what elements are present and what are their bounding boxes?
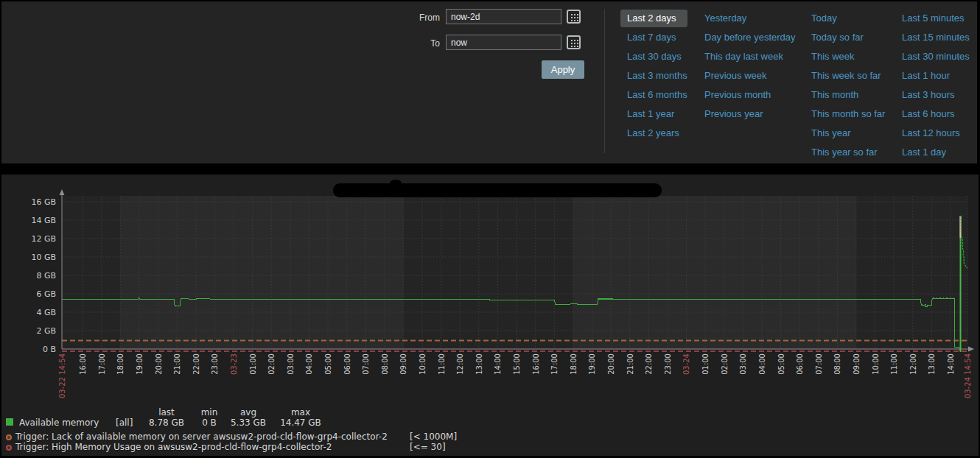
y-axis-label: 0 B [43,345,56,354]
x-axis-label: 11:00 [890,353,898,375]
x-axis-label: 21:00 [626,353,634,375]
x-axis-label: 12:00 [456,353,464,375]
x-axis-label: 10:00 [872,353,880,375]
x-axis-label: 03:00 [739,353,747,375]
x-axis-label: 21:00 [173,353,181,375]
x-axis-label: 22:00 [192,353,200,375]
x-axis-label: 18:00 [570,353,578,375]
x-axis-label: 06:00 [796,353,804,375]
series-last-value: 8.78 GB [149,418,184,428]
x-axis-label: 09:00 [399,353,407,375]
trigger1-label: Trigger: Lack of available memory on ser… [15,431,388,442]
x-axis-label: 19:00 [136,353,144,375]
redacted-title-blob [390,180,402,187]
series-min-value: 0 B [202,418,217,428]
y-axis-label: 12 GB [31,234,56,244]
x-axis-label: 03:00 [287,353,295,375]
x-axis-label: 15:00 [513,353,521,375]
x-axis-label: 05:00 [777,353,785,375]
y-axis-arrow [60,189,65,195]
y-axis-label: 2 GB [36,326,56,336]
x-axis-label: 16:00 [79,353,87,375]
x-axis-label: 04:00 [305,353,313,375]
x-axis-label: 04:00 [758,353,766,375]
x-axis-label: 03-23 [230,353,238,375]
legend-header-max: max [291,407,310,418]
trigger2-label: Trigger: High Memory Usage on awsusw2-pr… [15,442,332,452]
x-axis-label: 23:00 [211,353,219,375]
redacted-title [333,183,662,197]
series-name: Available memory [19,418,99,428]
x-axis-label: 07:00 [362,353,370,375]
x-axis-label: 08:00 [833,353,841,375]
series-avg-value: 5.33 GB [231,418,266,428]
x-axis-label: 01:00 [249,353,257,375]
trigger1-marker [6,434,12,440]
x-axis-label: 16:00 [532,353,540,375]
x-axis-label: 06:00 [343,353,351,375]
x-axis-label: 09:00 [853,353,861,375]
x-axis-label: 03-22 14:54 [58,353,66,398]
trigger2-condition: [<= 30] [410,442,446,452]
y-axis-label: 16 GB [31,197,56,207]
x-axis-label: 13:00 [928,353,936,375]
x-axis-label: 07:00 [815,353,823,375]
x-axis-label: 11:00 [438,353,446,375]
x-axis-label: 23:00 [664,353,672,375]
trigger2-marker [6,445,12,451]
series-scope: [all] [116,418,133,428]
series-max-value: 14.47 GB [280,418,321,428]
y-axis-label: 6 GB [36,289,56,299]
working-time-band [403,196,573,349]
x-axis-arrow [968,347,974,352]
x-axis-label: 20:00 [607,353,615,375]
x-axis-label: 03-24 14:54 [964,353,972,398]
x-axis-label: 08:00 [381,353,389,375]
series-color-swatch [6,418,13,426]
x-axis-label: 14:00 [494,353,502,375]
y-axis-label: 10 GB [31,253,56,262]
x-axis-label: 10:00 [419,353,427,375]
x-axis-label: 22:00 [645,353,653,375]
graph-legend: last min avg max Available memory [all] … [0,404,980,455]
x-axis-label: 20:00 [155,353,163,375]
working-time-band [62,196,120,349]
x-axis-label: 03-24 [682,353,690,375]
x-axis-label: 05:00 [324,353,332,375]
x-axis-label: 02:00 [267,353,276,375]
y-axis-label: 14 GB [31,216,56,225]
x-axis-label: 01:00 [701,353,710,375]
trigger1-condition: [< 1000M] [410,431,457,442]
x-axis-label: 17:00 [550,353,559,375]
x-axis-label: 12:00 [909,353,917,375]
legend-header-min: min [201,407,218,418]
legend-header-last: last [158,407,175,418]
x-axis-label: 14:00 [947,353,955,375]
memory-graph: 16 GB14 GB12 GB10 GB8 GB6 GB4 GB2 GB0 B0… [0,0,980,458]
legend-header-avg: avg [240,407,256,418]
x-axis-label: 17:00 [98,353,106,375]
x-axis-label: 02:00 [721,353,729,375]
y-axis-label: 4 GB [36,308,56,317]
x-axis-label: 13:00 [475,353,483,375]
x-axis-label: 19:00 [588,353,596,375]
y-axis-label: 8 GB [36,271,56,281]
x-axis-label: 18:00 [116,353,125,375]
